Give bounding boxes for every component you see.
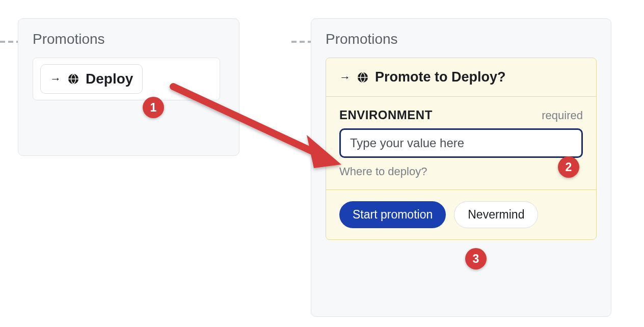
nevermind-button[interactable]: Nevermind: [454, 201, 538, 228]
deploy-button-label: Deploy: [86, 71, 133, 87]
field-label-row: ENVIRONMENT required: [339, 108, 583, 122]
promote-header-title: Promote to Deploy?: [375, 69, 506, 85]
promotions-panel-collapsed: Promotions → Deploy: [18, 18, 239, 156]
panel-title: Promotions: [33, 31, 225, 47]
required-label: required: [542, 109, 583, 122]
arrow-right-icon: →: [50, 72, 61, 86]
environment-label: ENVIRONMENT: [339, 108, 433, 122]
promote-card: → Promote to Deploy? ENVIRONMENT require…: [326, 58, 597, 240]
promote-header: → Promote to Deploy?: [326, 58, 596, 97]
globe-icon: [357, 71, 369, 84]
step-badge-2: 2: [558, 156, 579, 178]
field-hint: Where to deploy?: [339, 165, 583, 178]
step-badge-3: 3: [465, 248, 487, 269]
promote-body: ENVIRONMENT required Where to deploy?: [326, 97, 596, 190]
connector-dashes: [291, 41, 313, 43]
deploy-card: → Deploy: [33, 58, 220, 100]
panel-title: Promotions: [326, 31, 597, 47]
arrow-right-icon: →: [339, 71, 351, 84]
globe-icon: [67, 73, 79, 85]
environment-input[interactable]: [339, 128, 583, 158]
promote-footer: Start promotion Nevermind: [326, 190, 596, 239]
deploy-button[interactable]: → Deploy: [40, 64, 143, 94]
step-badge-1: 1: [143, 97, 164, 118]
start-promotion-button[interactable]: Start promotion: [339, 201, 446, 228]
